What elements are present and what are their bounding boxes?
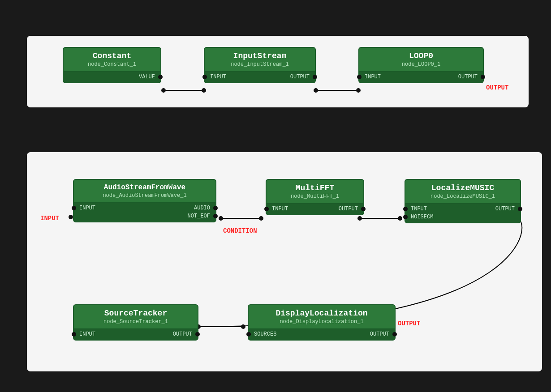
node-displaylocalization: DisplayLocalization node_DisplayLocaliza… <box>248 304 396 341</box>
condition-label: CONDITION <box>223 227 257 234</box>
node-audiostreamfromwave: AudioStreamFromWave node_AudioStreamFrom… <box>73 179 216 222</box>
sourcetracker-ports: INPUT OUTPUT <box>74 328 198 340</box>
asfw-subtitle: node_AudioStreamFromWave_1 <box>74 192 215 202</box>
loop0-input-label: INPUT <box>365 74 381 80</box>
displayloc-output-dot <box>392 332 397 337</box>
localizemusic-title: LocalizeMUSIC <box>405 180 520 193</box>
output-port-dot-right <box>313 75 317 79</box>
multifft-output-label: OUTPUT <box>339 206 358 212</box>
loop0-output-label: OUTPUT <box>458 74 478 80</box>
loop0-output-dot <box>481 75 485 79</box>
svg-point-16 <box>241 324 245 329</box>
sourcetracker-output-label: OUTPUT <box>173 331 192 337</box>
svg-point-8 <box>259 216 263 221</box>
svg-point-7 <box>219 216 223 221</box>
svg-point-2 <box>202 88 206 93</box>
sourcetracker-input-dot <box>72 332 76 337</box>
svg-point-10 <box>357 216 362 221</box>
node-multifft: MultiFFT node_MultiFFT_1 INPUT OUTPUT <box>266 179 364 215</box>
asfw-ports: INPUT AUDIO NOT_EOF <box>74 202 215 222</box>
node-constant: Constant node_Constant_1 VALUE <box>63 47 161 83</box>
loop0-input-dot <box>357 75 362 79</box>
node-constant-subtitle: node_Constant_1 <box>64 61 160 71</box>
multifft-output-dot <box>361 207 366 211</box>
asfw-input-label: INPUT <box>79 205 95 211</box>
bottom-input-label: INPUT <box>40 215 59 222</box>
output-port-label: OUTPUT <box>290 74 310 80</box>
node-loop0-title: LOOP0 <box>359 48 483 61</box>
node-constant-ports: VALUE <box>64 71 160 82</box>
sourcetracker-input-label: INPUT <box>79 331 95 337</box>
localizemusic-noisecm-label: NOISECM <box>411 214 433 220</box>
svg-point-5 <box>356 88 361 93</box>
bottom-diagram: INPUT AudioStreamFromWave node_AudioStre… <box>27 152 542 371</box>
displayloc-sources-dot <box>246 332 251 337</box>
node-constant-title: Constant <box>64 48 160 61</box>
sourcetracker-title: SourceTracker <box>74 305 198 319</box>
asfw-audio-dot <box>213 206 218 210</box>
node-inputstream-ports: INPUT OUTPUT <box>205 71 315 82</box>
localizemusic-noisecm-dot <box>403 215 408 219</box>
value-port-label: VALUE <box>139 74 155 80</box>
node-loop0: LOOP0 node_LOOP0_1 INPUT OUTPUT <box>358 47 484 83</box>
displayloc-sources-label: SOURCES <box>254 331 276 337</box>
svg-point-1 <box>161 88 166 93</box>
displayloc-ports: SOURCES OUTPUT <box>249 328 395 340</box>
asfw-title: AudioStreamFromWave <box>74 180 215 192</box>
multifft-input-dot <box>264 207 269 211</box>
localizemusic-input-dot <box>403 207 408 211</box>
asfw-not-eof-label: NOT_EOF <box>188 213 210 219</box>
node-inputstream-subtitle: node_InputStream_1 <box>205 61 315 71</box>
svg-point-11 <box>398 216 402 221</box>
displayloc-output-label: OUTPUT <box>370 331 389 337</box>
multifft-subtitle: node_MultiFFT_1 <box>267 193 363 203</box>
bottom-output-label: OUTPUT <box>398 320 420 327</box>
svg-point-4 <box>314 88 318 93</box>
sourcetracker-subtitle: node_SourceTracker_1 <box>74 319 198 328</box>
displayloc-title: DisplayLocalization <box>249 305 395 319</box>
asfw-audio-label: AUDIO <box>194 205 210 211</box>
value-port-dot <box>158 75 163 79</box>
multifft-ports: INPUT OUTPUT <box>267 203 363 214</box>
sourcetracker-output-dot <box>195 332 200 337</box>
localizemusic-output-label: OUTPUT <box>495 206 515 212</box>
input-port-label: INPUT <box>210 74 226 80</box>
displayloc-subtitle: node_DisplayLocalization_1 <box>249 319 395 328</box>
localizemusic-subtitle: node_LocalizeMUSIC_1 <box>405 193 520 203</box>
top-diagram: Constant node_Constant_1 VALUE InputStre… <box>27 36 529 107</box>
input-port-dot-left <box>202 75 207 79</box>
top-output-label: OUTPUT <box>486 84 508 91</box>
node-sourcetracker: SourceTracker node_SourceTracker_1 INPUT… <box>73 304 198 341</box>
node-inputstream: InputStream node_InputStream_1 INPUT OUT… <box>204 47 316 83</box>
multifft-input-label: INPUT <box>272 206 288 212</box>
node-loop0-ports: INPUT OUTPUT <box>359 71 483 82</box>
localizemusic-output-dot <box>518 207 522 211</box>
asfw-input-dot <box>72 206 76 210</box>
node-localizemusic: LocalizeMUSIC node_LocalizeMUSIC_1 INPUT… <box>405 179 521 223</box>
localizemusic-ports: INPUT OUTPUT NOISECM <box>405 203 520 222</box>
asfw-not-eof-dot <box>213 214 218 218</box>
node-inputstream-title: InputStream <box>205 48 315 61</box>
node-loop0-subtitle: node_LOOP0_1 <box>359 61 483 71</box>
multifft-title: MultiFFT <box>267 180 363 193</box>
localizemusic-input-label: INPUT <box>411 206 427 212</box>
